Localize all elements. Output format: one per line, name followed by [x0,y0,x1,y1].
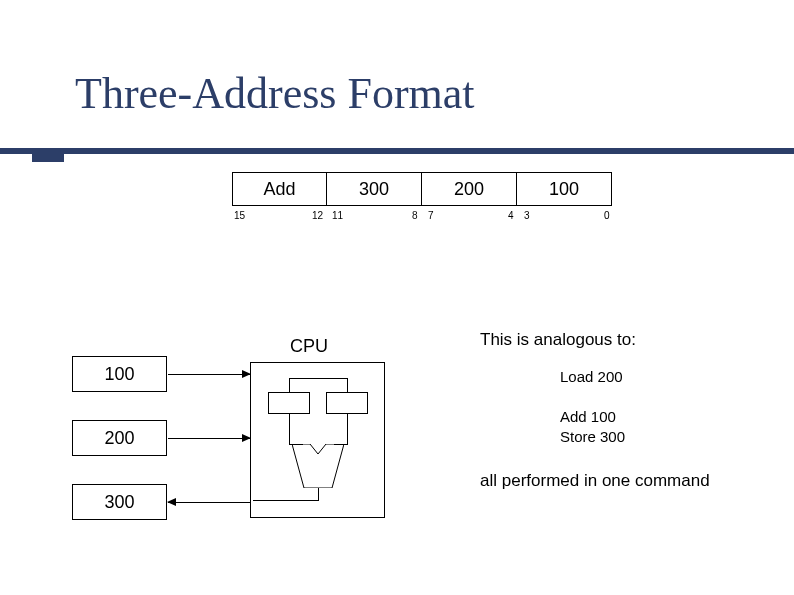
cpu-wire [253,500,319,501]
instruction-word: Add 300 200 100 [232,172,612,206]
bit-labels: 15 12 11 8 7 4 3 0 [232,210,612,230]
title-underline [0,148,794,154]
memory-cell-100: 100 [72,356,167,392]
cpu-register-2 [326,392,368,414]
cpu-wire [334,444,348,445]
instruction-addr1: 300 [327,172,422,206]
cpu-wire [347,414,348,444]
cpu-wire [289,378,290,392]
bit-8: 8 [412,210,418,221]
cpu-wire [318,488,319,500]
instruction-opcode: Add [232,172,327,206]
arrow-load-200 [168,438,250,439]
cpu-label: CPU [290,336,328,357]
instruction-addr2: 200 [422,172,517,206]
bit-11: 11 [332,210,343,221]
explanation-store: Store 300 [560,428,625,445]
explanation-footer: all performed in one command [480,470,710,491]
instruction-addr3: 100 [517,172,612,206]
svg-marker-0 [292,444,344,488]
title-notch [32,148,64,162]
bit-15: 15 [234,210,245,221]
cpu-wire [289,414,290,444]
cpu-wire [347,378,348,392]
cpu-wire [289,378,348,379]
memory-cell-300: 300 [72,484,167,520]
bit-3: 3 [524,210,530,221]
explanation-load: Load 200 [560,368,623,385]
slide-title: Three-Address Format [75,68,475,119]
cpu-wire [289,444,303,445]
alu-icon [292,444,344,488]
bit-4: 4 [508,210,514,221]
arrow-load-100 [168,374,250,375]
bit-7: 7 [428,210,434,221]
bit-0: 0 [604,210,610,221]
cpu-register-1 [268,392,310,414]
arrow-store-300 [168,502,250,503]
explanation-intro: This is analogous to: [480,330,636,350]
bit-12: 12 [312,210,323,221]
explanation-add: Add 100 [560,408,616,425]
memory-cell-200: 200 [72,420,167,456]
